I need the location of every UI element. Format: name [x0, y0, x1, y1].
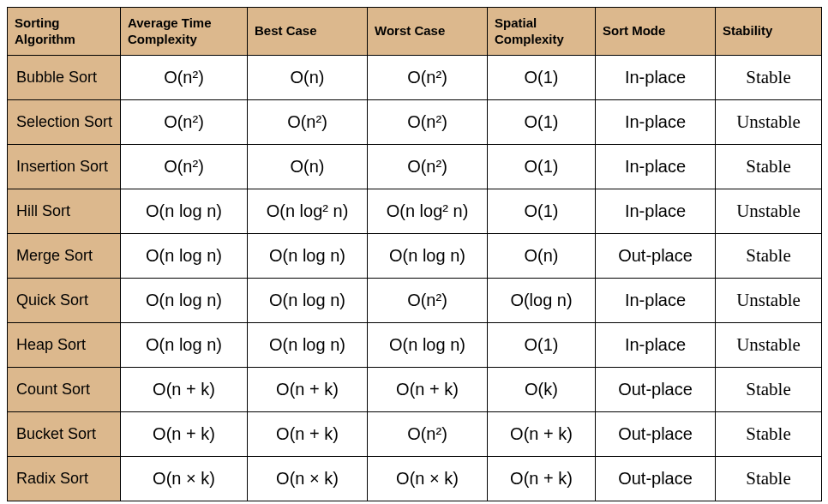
- col-header-space: Spatial Complexity: [488, 8, 596, 56]
- cell-stab: Unstable: [716, 279, 822, 323]
- cell-algo: Selection Sort: [8, 100, 121, 145]
- col-header-best: Best Case: [248, 8, 368, 56]
- cell-worst: O(n log n): [368, 323, 488, 368]
- cell-algo: Quick Sort: [8, 279, 121, 323]
- cell-algo: Bucket Sort: [8, 412, 121, 457]
- col-header-stability: Stability: [716, 8, 822, 56]
- table-row: Quick Sort O(n log n) O(n log n) O(n²) O…: [8, 279, 822, 323]
- cell-stab: Unstable: [716, 189, 822, 234]
- cell-space: O(n + k): [488, 457, 596, 501]
- col-header-average: Average Time Complexity: [121, 8, 248, 56]
- cell-space: O(1): [488, 145, 596, 189]
- cell-avg: O(n²): [121, 100, 248, 145]
- col-header-mode: Sort Mode: [596, 8, 716, 56]
- cell-mode: In-place: [596, 100, 716, 145]
- col-header-worst: Worst Case: [368, 8, 488, 56]
- cell-avg: O(n log n): [121, 323, 248, 368]
- cell-avg: O(n log n): [121, 279, 248, 323]
- table-row: Selection Sort O(n²) O(n²) O(n²) O(1) In…: [8, 100, 822, 145]
- table-row: Merge Sort O(n log n) O(n log n) O(n log…: [8, 234, 822, 279]
- cell-algo: Count Sort: [8, 368, 121, 412]
- cell-mode: In-place: [596, 323, 716, 368]
- cell-space: O(1): [488, 323, 596, 368]
- cell-stab: Stable: [716, 56, 822, 100]
- cell-avg: O(n log n): [121, 189, 248, 234]
- cell-best: O(n + k): [248, 412, 368, 457]
- table-row: Count Sort O(n + k) O(n + k) O(n + k) O(…: [8, 368, 822, 412]
- cell-mode: Out-place: [596, 412, 716, 457]
- cell-space: O(1): [488, 189, 596, 234]
- table-row: Heap Sort O(n log n) O(n log n) O(n log …: [8, 323, 822, 368]
- cell-best: O(n): [248, 145, 368, 189]
- cell-mode: In-place: [596, 189, 716, 234]
- cell-avg: O(n + k): [121, 412, 248, 457]
- cell-worst: O(n × k): [368, 457, 488, 501]
- col-header-algorithm: Sorting Algorithm: [8, 8, 121, 56]
- cell-avg: O(n × k): [121, 457, 248, 501]
- cell-worst: O(n²): [368, 279, 488, 323]
- cell-algo: Hill Sort: [8, 189, 121, 234]
- cell-space: O(n): [488, 234, 596, 279]
- cell-algo: Radix Sort: [8, 457, 121, 501]
- cell-stab: Stable: [716, 145, 822, 189]
- cell-best: O(n log n): [248, 234, 368, 279]
- cell-best: O(n × k): [248, 457, 368, 501]
- cell-stab: Stable: [716, 457, 822, 501]
- table-row: Hill Sort O(n log n) O(n log² n) O(n log…: [8, 189, 822, 234]
- sorting-complexity-table: Sorting Algorithm Average Time Complexit…: [7, 7, 822, 501]
- cell-algo: Heap Sort: [8, 323, 121, 368]
- cell-worst: O(n²): [368, 145, 488, 189]
- table-row: Bucket Sort O(n + k) O(n + k) O(n²) O(n …: [8, 412, 822, 457]
- cell-avg: O(n²): [121, 145, 248, 189]
- cell-space: O(log n): [488, 279, 596, 323]
- cell-mode: In-place: [596, 279, 716, 323]
- cell-algo: Bubble Sort: [8, 56, 121, 100]
- cell-best: O(n log n): [248, 323, 368, 368]
- cell-space: O(k): [488, 368, 596, 412]
- cell-mode: In-place: [596, 56, 716, 100]
- cell-mode: Out-place: [596, 368, 716, 412]
- cell-worst: O(n log n): [368, 234, 488, 279]
- cell-avg: O(n log n): [121, 234, 248, 279]
- cell-algo: Merge Sort: [8, 234, 121, 279]
- cell-stab: Stable: [716, 234, 822, 279]
- table-row: Insertion Sort O(n²) O(n) O(n²) O(1) In-…: [8, 145, 822, 189]
- cell-best: O(n log n): [248, 279, 368, 323]
- cell-best: O(n²): [248, 100, 368, 145]
- cell-worst: O(n²): [368, 56, 488, 100]
- table-row: Radix Sort O(n × k) O(n × k) O(n × k) O(…: [8, 457, 822, 501]
- cell-stab: Unstable: [716, 323, 822, 368]
- cell-space: O(n + k): [488, 412, 596, 457]
- cell-avg: O(n²): [121, 56, 248, 100]
- cell-worst: O(n + k): [368, 368, 488, 412]
- cell-mode: Out-place: [596, 234, 716, 279]
- table-row: Bubble Sort O(n²) O(n) O(n²) O(1) In-pla…: [8, 56, 822, 100]
- cell-best: O(n): [248, 56, 368, 100]
- cell-stab: Stable: [716, 412, 822, 457]
- cell-worst: O(n log² n): [368, 189, 488, 234]
- cell-stab: Stable: [716, 368, 822, 412]
- cell-best: O(n + k): [248, 368, 368, 412]
- cell-stab: Unstable: [716, 100, 822, 145]
- cell-avg: O(n + k): [121, 368, 248, 412]
- cell-best: O(n log² n): [248, 189, 368, 234]
- cell-space: O(1): [488, 56, 596, 100]
- table-header-row: Sorting Algorithm Average Time Complexit…: [8, 8, 822, 56]
- table-body: Bubble Sort O(n²) O(n) O(n²) O(1) In-pla…: [8, 56, 822, 501]
- cell-algo: Insertion Sort: [8, 145, 121, 189]
- cell-space: O(1): [488, 100, 596, 145]
- cell-mode: In-place: [596, 145, 716, 189]
- cell-mode: Out-place: [596, 457, 716, 501]
- cell-worst: O(n²): [368, 412, 488, 457]
- cell-worst: O(n²): [368, 100, 488, 145]
